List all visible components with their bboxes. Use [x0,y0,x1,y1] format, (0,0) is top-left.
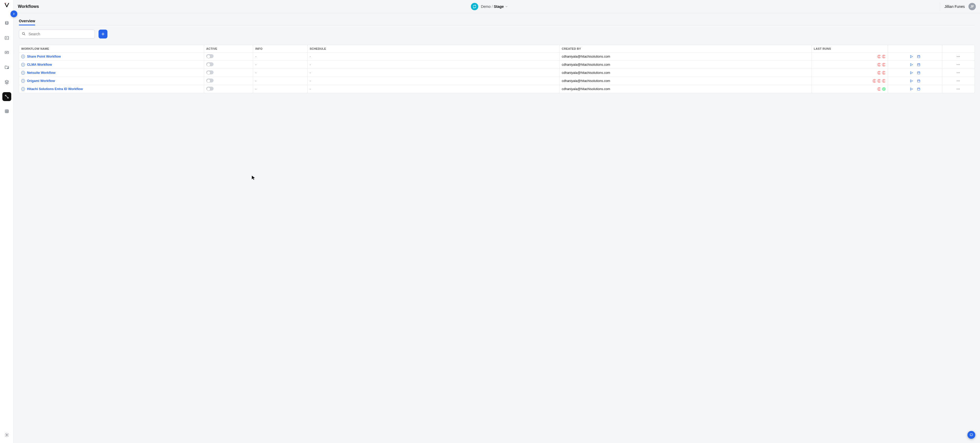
sidebar-item-workflows[interactable] [2,92,11,101]
run-fail-icon [877,79,881,83]
active-toggle[interactable] [206,62,213,66]
last-runs [814,87,886,91]
th-actions [888,45,942,52]
tab-overview[interactable]: Overview [19,17,35,25]
monitor-icon [5,50,9,55]
run-button[interactable] [910,79,913,83]
workflow-link[interactable]: Netsuite Workflow [27,71,56,75]
folder-gear-icon [5,65,9,70]
workflow-link[interactable]: Origami Workflow [27,79,55,83]
svg-rect-8 [5,110,8,113]
info-cell: - [255,79,256,83]
run-fail-icon [882,71,886,75]
active-toggle[interactable] [206,70,213,75]
search-input[interactable] [19,30,95,38]
sidebar-item-database[interactable] [2,19,11,28]
active-toggle[interactable] [206,87,213,91]
created-by-cell: cdhaniyala@hitachisolutions.com [562,71,610,75]
info-icon[interactable]: i [21,55,25,59]
info-icon[interactable]: i [21,63,25,67]
sidebar-item-layers[interactable] [2,78,11,86]
run-ok-icon [882,87,886,91]
run-button[interactable] [910,87,913,91]
schedule-cell: - [310,71,311,75]
more-button[interactable]: ··· [957,87,960,91]
sidebar [0,0,14,443]
th-created: Created By [560,45,811,52]
header: Workflows Demo / Stage Jillian Funes JF [14,0,980,13]
workflow-icon [5,94,9,99]
expand-sidebar-button[interactable] [11,11,17,17]
sidebar-item-quality[interactable] [2,63,11,72]
th-schedule: Schedule [307,45,560,52]
table-row: iHitachi Solutions Entra ID Workflow--cd… [19,85,975,93]
schedule-button[interactable] [917,55,921,59]
run-button[interactable] [910,63,913,67]
app-logo [3,2,10,8]
run-fail-icon [882,55,886,59]
run-fail-icon [877,87,881,91]
env-stage: Stage [494,5,504,9]
last-runs [814,71,886,75]
active-toggle[interactable] [206,54,213,58]
sidebar-item-monitor[interactable] [2,48,11,57]
run-button[interactable] [910,55,913,59]
run-button[interactable] [910,71,913,75]
chart-icon [5,36,9,40]
grid-icon [5,109,9,114]
info-icon[interactable]: i [21,71,25,75]
svg-point-6 [5,95,6,96]
env-org: Demo [481,5,490,9]
workflows-table: Workflow Name Active Info Schedule Creat… [19,45,975,93]
svg-rect-16 [970,434,972,436]
gear-icon [5,432,9,437]
run-fail-icon [877,55,881,59]
avatar[interactable]: JF [969,3,976,10]
info-icon[interactable]: i [21,87,25,91]
more-button[interactable]: ··· [957,55,960,59]
table-row: iShare Point Workflow--cdhaniyala@hitach… [19,52,975,61]
schedule-button[interactable] [917,87,921,91]
svg-point-9 [6,434,7,436]
more-button[interactable]: ··· [957,63,960,67]
plus-icon [101,32,105,36]
svg-point-1 [5,3,6,3]
created-by-cell: cdhaniyala@hitachisolutions.com [562,79,610,83]
table-row: iCLMA Workflow--cdhaniyala@hitachisoluti… [19,61,975,69]
workflow-link[interactable]: CLMA Workflow [27,63,52,67]
schedule-button[interactable] [917,63,921,67]
table-row: iOrigami Workflow--cdhaniyala@hitachisol… [19,77,975,85]
created-by-cell: cdhaniyala@hitachisolutions.com [562,55,610,59]
info-icon[interactable]: i [21,79,25,83]
schedule-button[interactable] [917,79,921,83]
search-input-wrap [19,30,95,38]
th-last-runs: Last Runs [811,45,888,52]
info-cell: - [255,63,256,67]
last-runs [814,55,886,59]
add-workflow-button[interactable] [99,30,107,38]
workflow-link[interactable]: Hitachi Solutions Entra ID Workflow [27,87,83,91]
environment-picker[interactable]: Demo / Stage [481,5,508,9]
th-active: Active [204,45,253,52]
sidebar-item-settings[interactable] [2,430,11,439]
search-icon [21,32,25,37]
schedule-cell: - [310,79,311,83]
chevron-down-icon [505,5,508,8]
active-toggle[interactable] [206,79,213,83]
more-button[interactable]: ··· [957,79,960,83]
database-icon [5,21,9,25]
run-fail-icon [873,79,876,83]
more-button[interactable]: ··· [957,71,960,75]
chat-fab[interactable] [967,431,975,439]
sidebar-item-dashboard[interactable] [2,33,11,43]
table-row: iNetsuite Workflow--cdhaniyala@hitachiso… [19,69,975,77]
sidebar-item-tables[interactable] [2,107,11,116]
workflow-link[interactable]: Share Point Workflow [27,55,61,59]
svg-rect-14 [917,80,920,82]
layers-icon [5,79,9,84]
chevron-right-icon [12,12,16,16]
schedule-button[interactable] [917,71,921,75]
schedule-cell: - [310,55,311,59]
run-fail-icon [882,63,886,67]
svg-point-7 [7,97,8,98]
